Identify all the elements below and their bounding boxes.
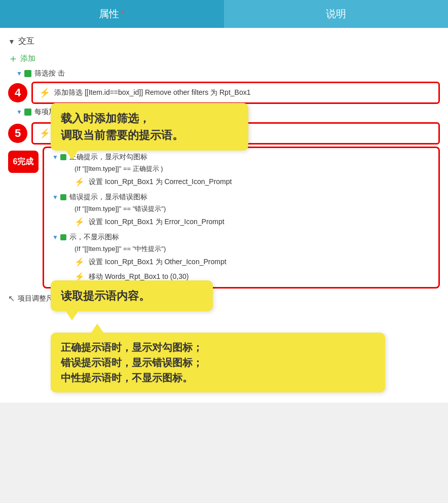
filter-node-icon — [24, 70, 31, 77]
add-row[interactable]: ＋ 添加 — [0, 50, 448, 67]
filter-label: 筛选按 — [34, 69, 56, 78]
filter-detail: 击 — [58, 69, 65, 78]
neutral-arrow[interactable]: ▼ — [52, 234, 58, 241]
badge-5: 5 — [8, 124, 27, 143]
error-condition: (If "[[Item.type]]" == "错误提示") — [44, 203, 438, 214]
add-icon: ＋ — [8, 52, 18, 65]
load-arrow[interactable]: ▼ — [16, 109, 22, 116]
interaction-label: 交互 — [18, 36, 34, 47]
correct-section-label: 正确提示，显示对勾图标 — [69, 153, 147, 162]
trigger-icon-neutral1: ⚡ — [74, 257, 85, 267]
neutral-action1-text: 设置 Icon_Rpt_Box1 为 Other_Icon_Prompt — [89, 258, 227, 267]
tab-properties[interactable]: 属性 * — [0, 0, 224, 28]
tooltip-summary: 正确提示语时，显示对勾图标； 错误提示语时，显示错误图标； 中性提示语时，不显示… — [51, 333, 385, 392]
correct-section-header: ▼ 正确提示，显示对勾图标 — [44, 151, 438, 163]
add-label: 添加 — [20, 54, 35, 63]
tooltip3-line2: 错误提示语时，显示错误图标； — [61, 355, 375, 370]
neutral-node-icon — [60, 234, 66, 240]
error-section-header: ▼ 错误提示，显示错误图标 — [44, 191, 438, 203]
tab-description-label: 说明 — [326, 7, 346, 21]
action-4[interactable]: ⚡ 添加筛选 [[Item.id==box_id]] Remove other … — [31, 82, 440, 104]
main-content: ▼ 交互 ＋ 添加 载入时添加筛选， 调取当前需要的提示语。 ▼ 筛选按 击 4… — [0, 28, 448, 403]
trigger-icon-5: ⚡ — [39, 128, 50, 139]
tooltip2-line1: 读取提示语内容。 — [61, 288, 203, 304]
header-tabs: 属性 * 说明 — [0, 0, 448, 28]
badge4-action-row: 4 ⚡ 添加筛选 [[Item.id==box_id]] Remove othe… — [8, 82, 440, 104]
interaction-section-header: ▼ 交互 — [0, 33, 448, 50]
trigger-icon-correct: ⚡ — [74, 177, 85, 187]
error-arrow[interactable]: ▼ — [52, 194, 58, 201]
tooltip-read-prompt: 读取提示语内容。 — [51, 280, 213, 311]
tooltip1-line2: 调取当前需要的提示语。 — [61, 127, 238, 143]
correct-arrow[interactable]: ▼ — [52, 154, 58, 161]
tooltip-load-filter: 载入时添加筛选， 调取当前需要的提示语。 — [51, 103, 248, 151]
error-action[interactable]: ⚡ 设置 Icon_Rpt_Box1 为 Error_Icon_Prompt — [44, 214, 438, 229]
badge-4: 4 — [8, 83, 27, 102]
tab-properties-label: 属性 — [99, 7, 119, 21]
tooltip3-line1: 正确提示语时，显示对勾图标； — [61, 340, 375, 355]
badge-6: 6完成 — [8, 151, 39, 173]
filter-section-row: ▼ 筛选按 击 — [0, 67, 448, 80]
tooltip3-line3: 中性提示语时，不显示图标。 — [61, 370, 375, 385]
neutral-section-header: ▼ 示，不显示图标 — [44, 231, 438, 243]
filter-arrow[interactable]: ▼ — [16, 70, 22, 77]
action4-text: 添加筛选 [[Item.id==box_id]] Remove other fi… — [54, 88, 251, 97]
badge6-red-box-row: 6完成 ▼ 正确提示，显示对勾图标 (If "[[Item.type]]" ==… — [8, 147, 440, 289]
correct-action-text: 设置 Icon_Rpt_Box1 为 Correct_Icon_Prompt — [89, 177, 232, 187]
neutral-condition: (If "[[Item.type]]" == "中性提示") — [44, 243, 438, 255]
tooltip1-line1: 载入时添加筛选， — [61, 110, 238, 127]
load-node-icon — [24, 109, 31, 116]
tab-modified-indicator: * — [121, 9, 125, 19]
big-red-box: ▼ 正确提示，显示对勾图标 (If "[[Item.type]]" == 正确提… — [43, 147, 440, 289]
error-action-text: 设置 Icon_Rpt_Box1 为 Error_Icon_Prompt — [89, 218, 225, 227]
neutral-action2-text: 移动 Words_Rpt_Box1 to (0,30) — [89, 272, 189, 281]
cursor-icon: ↖ — [8, 294, 15, 303]
interaction-toggle[interactable]: ▼ — [8, 38, 15, 46]
neutral-action1[interactable]: ⚡ 设置 Icon_Rpt_Box1 为 Other_Icon_Prompt — [44, 255, 438, 269]
error-node-icon — [60, 194, 66, 200]
neutral-section-label: 示，不显示图标 — [69, 233, 119, 242]
trigger-icon-error: ⚡ — [74, 217, 85, 227]
correct-action[interactable]: ⚡ 设置 Icon_Rpt_Box1 为 Correct_Icon_Prompt — [44, 174, 438, 189]
error-section-label: 错误提示，显示错误图标 — [69, 193, 147, 202]
correct-condition: (If "[[Item.type]]" == 正确提示 ) — [44, 163, 438, 174]
trigger-icon-4: ⚡ — [39, 87, 50, 98]
tab-description[interactable]: 说明 — [224, 0, 448, 28]
